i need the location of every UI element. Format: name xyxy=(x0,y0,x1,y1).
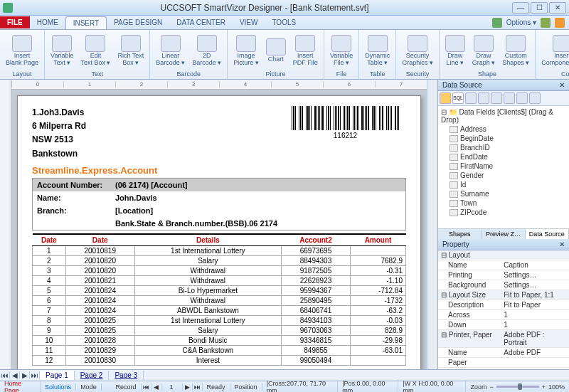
linear-barcode-button[interactable]: LinearBarcode ▾ xyxy=(153,33,188,68)
account-info-box[interactable]: Account Number:(06 2174) [Account]Name:J… xyxy=(32,178,406,231)
tree-field-town[interactable]: Town xyxy=(440,198,568,208)
table-row[interactable]: 320010820Withdrawal91872505-0.31 xyxy=(33,265,406,275)
panel-tab-preview-z-[interactable]: Preview Z… xyxy=(482,229,525,239)
chart-button[interactable]: Chart xyxy=(263,37,289,65)
table-row[interactable]: 520010824Bi-Lo Hypermarket95994367-712.8… xyxy=(33,285,406,295)
table-row[interactable]: 1220010830Interest99050494 xyxy=(33,355,406,365)
table-row[interactable]: 920010825Salary96703063828.9 xyxy=(33,325,406,335)
zoom-slider[interactable] xyxy=(496,386,539,388)
tree-field-zipcode[interactable]: ZIPcode xyxy=(440,208,568,217)
zoom-out-button[interactable]: − xyxy=(489,383,493,391)
property-value[interactable]: 1 xyxy=(501,320,569,329)
sql-icon[interactable]: SQL xyxy=(452,92,464,104)
tree-field-address[interactable]: Address xyxy=(440,125,568,134)
field-tree[interactable]: ⊟ 📁 Data Fields [Clients$] (Drag & Drop)… xyxy=(438,106,569,228)
insert-pdf-filebutton[interactable]: InsertPDF File xyxy=(290,33,321,68)
delete-icon[interactable] xyxy=(491,92,502,104)
property-value[interactable]: Adobe PDF xyxy=(501,348,569,357)
tree-field-begindate[interactable]: BeginDate xyxy=(440,134,568,143)
zoom-in-button[interactable]: + xyxy=(542,383,546,391)
rich-text-box-button[interactable]: Rich TextBox ▾ xyxy=(115,33,147,68)
property-group[interactable]: ⊟ Layout SizeFit to Paper, 1:1 xyxy=(438,290,569,300)
property-value[interactable]: Portrait xyxy=(501,368,569,370)
menu-tab-tools[interactable]: TOOLS xyxy=(265,16,303,29)
variable-text-button[interactable]: VariableText ▾ xyxy=(48,33,76,68)
help-icon[interactable] xyxy=(541,18,551,28)
table-row[interactable]: 8200108251st International Lottery849341… xyxy=(33,315,406,325)
section-title[interactable]: Streamline.Express.Account xyxy=(32,165,406,176)
insert-components-button[interactable]: InsertComponents ▾ xyxy=(538,33,569,68)
home-page-link[interactable]: Home Page xyxy=(0,380,41,393)
draw-line-button[interactable]: DrawLine ▾ xyxy=(442,33,468,68)
next-page-button[interactable]: ▶ xyxy=(20,371,30,379)
image-picture-button[interactable]: ImagePicture ▾ xyxy=(230,33,262,68)
panel-tab-shapes[interactable]: Shapes xyxy=(438,229,482,239)
tree-field-id[interactable]: Id xyxy=(440,180,568,189)
menu-tab-home[interactable]: HOME xyxy=(30,16,65,29)
table-row[interactable]: 620010824Withdrawal25890495-1732 xyxy=(33,295,406,305)
custom-shapes-button[interactable]: CustomShapes ▾ xyxy=(499,33,532,68)
insert-blank-pagebutton[interactable]: InsertBlank Page xyxy=(3,33,41,68)
design-canvas[interactable]: 1.Joh3.Davis6 Milperra RdNSW 2513Banksto… xyxy=(11,90,427,369)
tree-field-firstname[interactable]: FirstName xyxy=(440,161,568,171)
options-menu[interactable]: Options ▾ xyxy=(506,18,536,26)
menu-tab-view[interactable]: VIEW xyxy=(233,16,265,29)
table-row[interactable]: 720010824ABWDL Bankstown68406741-63.2 xyxy=(33,305,406,315)
property-value[interactable]: Caption xyxy=(501,260,569,270)
page[interactable]: 1.Joh3.Davis6 Milperra RdNSW 2513Banksto… xyxy=(17,95,421,369)
record-first-button[interactable]: ⏮ xyxy=(142,383,151,391)
about-icon[interactable] xyxy=(555,18,565,28)
record-prev-button[interactable]: ◀ xyxy=(151,383,161,391)
db-icon[interactable] xyxy=(440,92,451,104)
panel-tab-data-source[interactable]: Data Source xyxy=(526,229,569,239)
table-row[interactable]: 220010820Salary884943037682.9 xyxy=(33,255,406,265)
table-row[interactable]: 1120010829C&A Bankstown849855-63.01 xyxy=(33,345,406,355)
property-grid[interactable]: ⊟ LayoutNameCaptionPrintingSettings…Back… xyxy=(438,250,569,370)
menu-tab-page-design[interactable]: PAGE DESIGN xyxy=(107,16,169,29)
record-next-button[interactable]: ▶ xyxy=(183,383,193,391)
address-block[interactable]: 1.Joh3.Davis6 Milperra RdNSW 2513Banksto… xyxy=(32,106,86,161)
maximize-button[interactable]: ☐ xyxy=(531,2,548,14)
tree-field-gender[interactable]: Gender xyxy=(440,171,568,180)
table-row[interactable]: 1200108191st International Lottery669736… xyxy=(33,245,406,255)
security-graphics-button[interactable]: SecurityGraphics ▾ xyxy=(399,33,436,68)
menu-tab-insert[interactable]: INSERT xyxy=(65,16,107,29)
last-page-button[interactable]: ⏭ xyxy=(30,371,40,379)
table-row[interactable]: 420010821Withdrawal22628923-1.10 xyxy=(33,275,406,285)
close-button[interactable]: ✕ xyxy=(549,2,566,14)
variable-file-button[interactable]: VariableFile ▾ xyxy=(327,33,356,68)
property-value[interactable]: Settings… xyxy=(501,270,569,280)
tree-root[interactable]: ⊟ 📁 Data Fields [Clients$] (Drag & Drop) xyxy=(440,107,568,125)
property-value[interactable]: 1 xyxy=(501,310,569,319)
page-tab[interactable]: Page 1 xyxy=(40,371,75,380)
style-icon[interactable] xyxy=(492,18,502,28)
menu-tab-data-center[interactable]: DATA CENTER xyxy=(169,16,233,29)
barcode[interactable] xyxy=(292,106,399,130)
2d-barcode-button[interactable]: 2DBarcode ▾ xyxy=(189,33,224,68)
prev-page-button[interactable]: ◀ xyxy=(10,371,20,379)
vertical-scrollbar[interactable] xyxy=(427,80,437,369)
dynamic-table-button[interactable]: DynamicTable ▾ xyxy=(362,33,393,68)
property-group[interactable]: ⊟ Layout xyxy=(438,250,569,260)
solutions-link[interactable]: Solutions xyxy=(41,383,76,391)
statement-table[interactable]: DateDateDetailsAccount2Amount1200108191s… xyxy=(32,233,406,366)
table-row[interactable]: 1020010828Bondi Music93346815-29.98 xyxy=(33,335,406,345)
refresh-icon[interactable] xyxy=(478,92,489,104)
property-value[interactable]: Settings… xyxy=(501,280,569,290)
minimize-button[interactable]: — xyxy=(512,2,529,14)
record-last-button[interactable]: ⏭ xyxy=(193,383,203,391)
export-icon[interactable] xyxy=(529,92,541,104)
file-menu[interactable]: FILE xyxy=(0,16,30,28)
edit-text-box-button[interactable]: EditText Box ▾ xyxy=(78,33,113,68)
property-value[interactable]: Fit to Paper xyxy=(501,300,569,309)
page-tab[interactable]: Page 2 xyxy=(75,371,110,380)
record-value[interactable]: 1 xyxy=(161,383,183,391)
sort-icon[interactable] xyxy=(504,92,515,104)
tree-field-surname[interactable]: Surname xyxy=(440,189,568,198)
config-icon[interactable] xyxy=(516,92,528,104)
filter-icon[interactable] xyxy=(465,92,477,104)
tree-field-enddate[interactable]: EndDate xyxy=(440,152,568,161)
tree-field-branchid[interactable]: BranchID xyxy=(440,143,568,152)
draw-graph-button[interactable]: DrawGraph ▾ xyxy=(469,33,499,68)
property-group[interactable]: ⊟ Printer, PaperAdobe PDF : Portrait xyxy=(438,330,569,348)
